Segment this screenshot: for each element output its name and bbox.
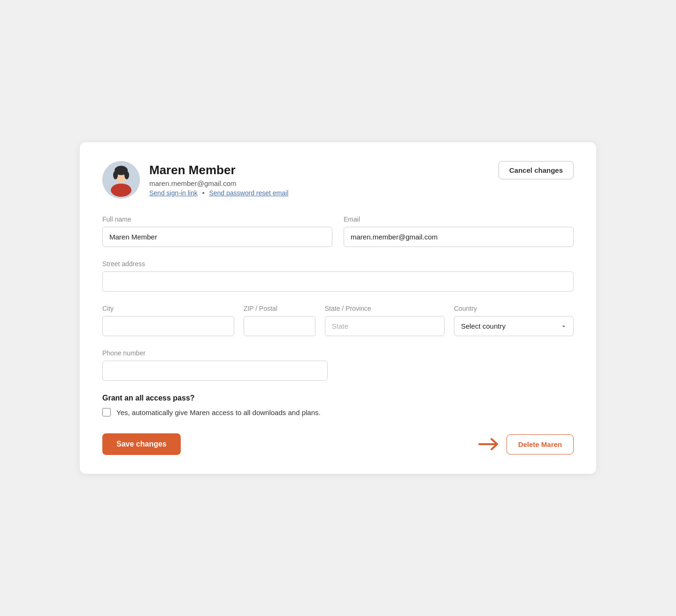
address-row: City ZIP / Postal State / Province Count… [102, 305, 574, 336]
delete-user-button[interactable]: Delete Maren [507, 434, 574, 454]
profile-card: Maren Member maren.member@gmail.com Send… [80, 142, 596, 474]
state-input[interactable] [325, 316, 445, 336]
grant-checkbox[interactable] [102, 408, 111, 416]
zip-group: ZIP / Postal [244, 305, 315, 336]
grant-title: Grant an all access pass? [102, 394, 574, 402]
svg-point-4 [113, 171, 118, 179]
send-signin-link[interactable]: Send sign-in link [149, 189, 198, 197]
full-name-group: Full name [102, 216, 332, 247]
name-email-row: Full name Email [102, 216, 574, 247]
footer-row: Save changes Delete Maren [102, 433, 574, 455]
phone-group: Phone number [102, 349, 328, 381]
country-label: Country [454, 305, 574, 312]
user-links: Send sign-in link • Send password reset … [149, 189, 288, 197]
profile-form: Full name Email Street address City ZIP … [102, 216, 574, 455]
full-name-input[interactable] [102, 227, 332, 247]
arrow-right-icon [478, 438, 499, 451]
svg-point-1 [111, 184, 131, 197]
user-identity: Maren Member maren.member@gmail.com Send… [102, 161, 288, 199]
cancel-changes-button[interactable]: Cancel changes [499, 161, 574, 179]
city-label: City [102, 305, 234, 312]
user-name: Maren Member [149, 163, 288, 177]
svg-point-5 [124, 171, 129, 179]
card-header: Maren Member maren.member@gmail.com Send… [102, 161, 574, 199]
city-input[interactable] [102, 316, 234, 336]
zip-label: ZIP / Postal [244, 305, 315, 312]
phone-input[interactable] [102, 361, 328, 381]
grant-checkbox-label[interactable]: Yes, automatically give Maren access to … [116, 408, 321, 416]
avatar [102, 161, 140, 199]
grant-checkbox-row: Yes, automatically give Maren access to … [102, 408, 574, 416]
full-name-label: Full name [102, 216, 332, 223]
email-group: Email [344, 216, 574, 247]
separator: • [202, 189, 205, 197]
user-details: Maren Member maren.member@gmail.com Send… [149, 163, 288, 197]
city-group: City [102, 305, 234, 336]
street-address-group: Street address [102, 260, 574, 292]
street-label: Street address [102, 260, 574, 268]
delete-section: Delete Maren [478, 434, 574, 454]
state-group: State / Province [325, 305, 445, 336]
email-label: Email [344, 216, 574, 223]
grant-section: Grant an all access pass? Yes, automatic… [102, 394, 574, 416]
country-group: Country Select country United States Can… [454, 305, 574, 336]
send-password-reset-link[interactable]: Send password reset email [209, 189, 288, 197]
zip-input[interactable] [244, 316, 315, 336]
phone-label: Phone number [102, 349, 328, 357]
save-changes-button[interactable]: Save changes [102, 433, 181, 455]
state-label: State / Province [325, 305, 445, 312]
street-input[interactable] [102, 271, 574, 292]
email-input[interactable] [344, 227, 574, 247]
user-email-display: maren.member@gmail.com [149, 179, 288, 187]
country-select[interactable]: Select country United States Canada Unit… [454, 316, 574, 336]
